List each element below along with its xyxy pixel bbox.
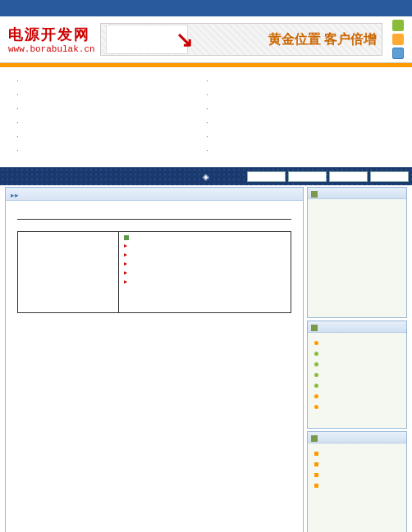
sidebar-box-1 xyxy=(307,187,407,318)
banner-text: 黄金位置 客户倍增 xyxy=(268,31,377,48)
sidebar-header xyxy=(308,321,406,333)
detail-box: ▸ ▸ ▸ ▸ ▸ xyxy=(17,231,291,313)
square-icon xyxy=(314,484,318,488)
link-item[interactable] xyxy=(16,74,206,88)
link-item[interactable] xyxy=(206,88,396,102)
sidebar-box-3 xyxy=(307,431,407,532)
content-panel: ▸▸ ▸ ▸ ▸ ▸ ▸ xyxy=(5,187,304,532)
detail-left xyxy=(18,232,119,312)
sidebar xyxy=(307,187,407,532)
list-item[interactable] xyxy=(314,448,400,459)
link-item[interactable] xyxy=(16,143,206,157)
detail-item: ▸ xyxy=(124,259,286,268)
list-item[interactable] xyxy=(314,370,400,380)
section-icon xyxy=(311,191,318,198)
list-item[interactable] xyxy=(314,459,400,470)
link-item[interactable] xyxy=(16,116,206,130)
link-item[interactable] xyxy=(16,88,206,102)
mail-icon[interactable] xyxy=(392,48,404,59)
list-item[interactable] xyxy=(314,391,400,402)
bullet-icon: ▸ xyxy=(124,251,127,258)
arrow-icon: ↘ xyxy=(176,27,194,52)
sidebar-body xyxy=(308,199,406,317)
divider xyxy=(17,219,291,220)
dot-icon xyxy=(314,362,318,366)
bullet-icon: ▸ xyxy=(124,242,127,249)
bullet-icon xyxy=(124,235,129,240)
logo-url: www.borabulak.cn xyxy=(8,44,95,54)
detail-item xyxy=(124,234,286,241)
link-item[interactable] xyxy=(16,102,206,116)
link-grid xyxy=(0,67,412,167)
section-icon xyxy=(311,435,318,442)
dot-icon xyxy=(314,352,318,356)
link-item[interactable] xyxy=(206,74,396,88)
bullet-icon: ▸ xyxy=(124,278,127,285)
favorite-icon[interactable] xyxy=(392,34,404,45)
dot-icon xyxy=(314,373,318,377)
sidebar-body xyxy=(308,333,406,428)
detail-item: ▸ xyxy=(124,277,286,286)
bullet-icon: ▸ xyxy=(124,260,127,267)
list-item[interactable] xyxy=(314,348,400,359)
square-icon xyxy=(314,452,318,456)
list-item[interactable] xyxy=(314,402,400,412)
nav-button[interactable] xyxy=(247,171,286,182)
logo-text: 电源开发网 xyxy=(8,25,95,44)
nav-center-icon: ◈ xyxy=(203,172,209,181)
dot-icon xyxy=(314,384,318,388)
square-icon xyxy=(314,473,318,477)
link-item[interactable] xyxy=(206,130,396,143)
detail-item: ▸ xyxy=(124,268,286,277)
sidebar-header xyxy=(308,188,406,199)
link-item[interactable] xyxy=(206,116,396,130)
content-body: ▸ ▸ ▸ ▸ ▸ xyxy=(6,201,303,325)
logo[interactable]: 电源开发网 www.borabulak.cn xyxy=(8,25,95,54)
list-item[interactable] xyxy=(314,470,400,480)
header-icons xyxy=(387,20,404,59)
link-item[interactable] xyxy=(206,143,396,157)
list-item[interactable] xyxy=(314,359,400,370)
sidebar-box-2 xyxy=(307,321,407,429)
bullet-icon: ▸ xyxy=(124,269,127,276)
header: 电源开发网 www.borabulak.cn ↘ 黄金位置 客户倍增 xyxy=(0,16,412,63)
detail-right: ▸ ▸ ▸ ▸ ▸ xyxy=(119,232,291,312)
nav-bar: ◈ xyxy=(0,167,412,185)
square-icon xyxy=(314,462,318,466)
list-item[interactable] xyxy=(314,380,400,391)
home-icon[interactable] xyxy=(392,20,404,31)
dot-icon xyxy=(314,394,318,398)
sidebar-header xyxy=(308,432,406,443)
list-item[interactable] xyxy=(314,338,400,348)
banner-ad[interactable]: ↘ 黄金位置 客户倍增 xyxy=(100,23,382,56)
detail-item: ▸ xyxy=(124,250,286,259)
list-item[interactable] xyxy=(314,480,400,491)
section-icon xyxy=(311,325,318,331)
top-bar xyxy=(0,0,412,16)
nav-button[interactable] xyxy=(288,171,327,182)
dot-icon xyxy=(314,405,318,409)
main-area: ▸▸ ▸ ▸ ▸ ▸ ▸ xyxy=(0,185,412,532)
nav-button[interactable] xyxy=(370,171,409,182)
expand-icon[interactable]: ▸▸ xyxy=(11,191,19,199)
link-item[interactable] xyxy=(16,130,206,143)
sidebar-body xyxy=(308,443,406,532)
banner-preview: ↘ xyxy=(106,25,188,54)
detail-item: ▸ xyxy=(124,241,286,250)
link-item[interactable] xyxy=(206,102,396,116)
nav-button[interactable] xyxy=(329,171,368,182)
content-header: ▸▸ xyxy=(6,188,303,201)
dot-icon xyxy=(314,341,318,345)
